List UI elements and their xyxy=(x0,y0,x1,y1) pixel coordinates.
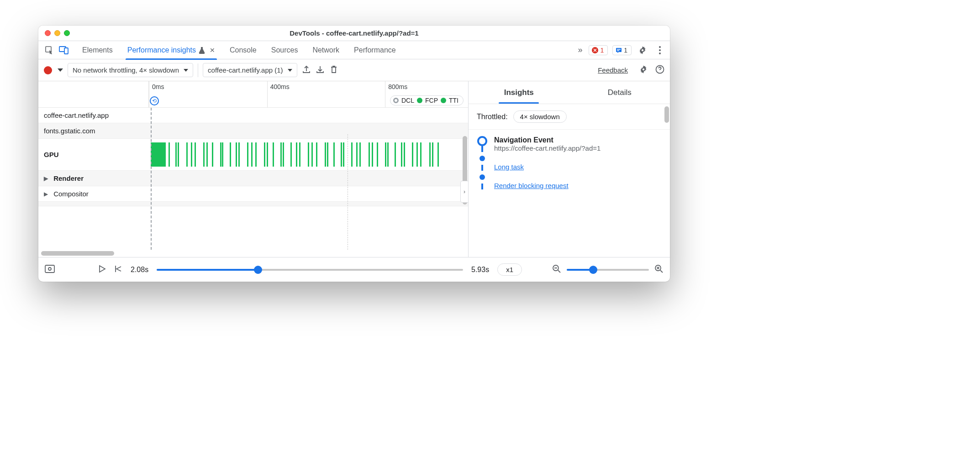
zoom-slider[interactable] xyxy=(567,269,649,271)
long-task-link[interactable]: Long task xyxy=(494,163,601,171)
tab-insights[interactable]: Insights xyxy=(469,88,569,97)
ruler-tick: 400ms xyxy=(267,81,290,107)
partial-row xyxy=(38,202,468,206)
zoom-controls xyxy=(552,264,664,275)
devtools-window: DevTools - coffee-cart.netlify.app/?ad=1… xyxy=(38,26,670,282)
feedback-link[interactable]: Feedback xyxy=(598,66,628,74)
nav-event-url: https://coffee-cart.netlify.app/?ad=1 xyxy=(494,144,601,152)
throttle-info: Throttled: 4× slowdown xyxy=(469,104,670,130)
fcp-marker-icon xyxy=(417,98,422,103)
delete-icon[interactable] xyxy=(329,65,338,76)
tab-performance-insights[interactable]: Performance insights ✕ xyxy=(120,41,222,59)
play-icon[interactable] xyxy=(99,265,106,275)
devtools-tabstrip: Elements Performance insights ✕ Console … xyxy=(38,41,670,59)
gpu-row[interactable]: GPU xyxy=(38,139,468,171)
caret-down-icon xyxy=(288,69,292,72)
help-icon[interactable] xyxy=(655,65,664,76)
timing-markers[interactable]: DCL FCP TTI xyxy=(390,95,464,105)
render-blocking-link[interactable]: Render blocking request xyxy=(494,182,601,189)
tab-network[interactable]: Network xyxy=(305,41,347,59)
rewind-icon[interactable] xyxy=(114,265,122,275)
event-dot-icon xyxy=(479,174,485,180)
recording-select[interactable]: coffee-cart.netlify.app (1) xyxy=(203,63,297,77)
timeline-rows: coffee-cart.netlify.app fonts.gstatic.co… xyxy=(38,108,468,250)
network-row[interactable]: fonts.gstatic.com xyxy=(38,123,468,139)
tab-details[interactable]: Details xyxy=(569,88,670,97)
svg-point-8 xyxy=(659,52,661,54)
expand-panel-button[interactable]: › xyxy=(460,181,468,203)
main-area: 0ms 400ms 800ms DCL FCP TTI ⟲ xyxy=(38,81,670,257)
messages-count: 1 xyxy=(624,47,627,54)
event-dot-icon xyxy=(477,136,487,146)
errors-pill[interactable]: 1 xyxy=(589,45,608,55)
throttling-select[interactable]: No network throttling, 4× slowdown xyxy=(68,63,193,77)
device-toolbar-icon[interactable] xyxy=(57,43,71,58)
errors-count: 1 xyxy=(600,47,604,54)
dcl-marker-icon xyxy=(393,98,399,103)
close-tab-icon[interactable]: ✕ xyxy=(208,47,215,54)
playhead-line xyxy=(151,108,152,250)
tab-performance[interactable]: Performance xyxy=(347,41,403,59)
flask-icon xyxy=(199,47,205,54)
performance-toolbar: No network throttling, 4× slowdown coffe… xyxy=(38,59,670,81)
messages-pill[interactable]: 1 xyxy=(612,45,632,55)
tti-marker-icon xyxy=(441,98,446,103)
tab-console[interactable]: Console xyxy=(222,41,264,59)
gpu-activity-bars xyxy=(151,142,450,167)
zoom-out-icon[interactable] xyxy=(552,264,561,275)
close-window-button[interactable] xyxy=(45,30,51,36)
compositor-row[interactable]: ▶ Compositor xyxy=(38,186,468,202)
svg-point-9 xyxy=(643,68,644,70)
renderer-row[interactable]: ▶ Renderer xyxy=(38,171,468,186)
expand-icon[interactable]: ▶ xyxy=(44,175,48,182)
event-dot-icon xyxy=(479,156,485,161)
settings-icon[interactable] xyxy=(636,46,649,55)
end-time: 5.93s xyxy=(471,266,489,274)
window-title: DevTools - coffee-cart.netlify.app/?ad=1 xyxy=(38,29,670,37)
insights-panel: Insights Details Throttled: 4× slowdown xyxy=(468,81,670,257)
svg-rect-11 xyxy=(45,265,54,273)
secondary-line xyxy=(348,134,348,250)
minimize-window-button[interactable] xyxy=(54,30,60,36)
import-icon[interactable] xyxy=(316,65,325,76)
zoom-in-icon[interactable] xyxy=(654,264,664,275)
divider xyxy=(198,63,198,77)
caret-down-icon xyxy=(184,69,188,72)
record-button[interactable] xyxy=(44,66,52,74)
nav-event-title: Navigation Event xyxy=(494,136,601,144)
more-tabs-icon[interactable]: » xyxy=(576,45,584,55)
svg-point-12 xyxy=(48,268,51,270)
svg-point-5 xyxy=(642,49,643,51)
tab-sources[interactable]: Sources xyxy=(264,41,306,59)
timeline-thread xyxy=(477,136,488,189)
playback-speed[interactable]: x1 xyxy=(497,263,522,276)
right-panel-scrollbar[interactable] xyxy=(664,106,669,123)
start-time: 2.08s xyxy=(131,266,148,274)
tabstrip-right: » 1 1 xyxy=(576,45,666,55)
screenshot-preview-icon[interactable] xyxy=(45,265,55,275)
svg-rect-4 xyxy=(616,48,622,52)
expand-icon[interactable]: ▶ xyxy=(44,191,48,197)
time-slider[interactable] xyxy=(157,269,463,271)
svg-point-7 xyxy=(659,49,661,51)
record-menu-caret[interactable] xyxy=(58,68,63,72)
window-titlebar: DevTools - coffee-cart.netlify.app/?ad=1 xyxy=(38,26,670,41)
horizontal-scrollbar[interactable] xyxy=(38,250,468,257)
zoom-window-button[interactable] xyxy=(64,30,70,36)
more-options-icon[interactable] xyxy=(653,46,666,54)
export-icon[interactable] xyxy=(302,65,311,76)
throttle-chip[interactable]: 4× slowdown xyxy=(513,110,567,123)
timeline-panel: 0ms 400ms 800ms DCL FCP TTI ⟲ xyxy=(38,81,468,257)
svg-rect-2 xyxy=(64,48,68,54)
panel-settings-icon[interactable] xyxy=(639,65,648,76)
insights-list: Navigation Event https://coffee-cart.net… xyxy=(469,130,670,196)
tab-elements[interactable]: Elements xyxy=(75,41,120,59)
playhead-handle[interactable]: ⟲ xyxy=(150,96,159,105)
panel-tabs: Elements Performance insights ✕ Console … xyxy=(75,41,576,59)
svg-point-6 xyxy=(659,46,661,48)
network-row[interactable]: coffee-cart.netlify.app xyxy=(38,108,468,123)
traffic-lights xyxy=(45,30,70,36)
timeline-ruler[interactable]: 0ms 400ms 800ms DCL FCP TTI xyxy=(38,81,468,108)
inspect-element-icon[interactable] xyxy=(42,43,57,58)
playback-bar: 2.08s 5.93s x1 xyxy=(38,257,670,282)
